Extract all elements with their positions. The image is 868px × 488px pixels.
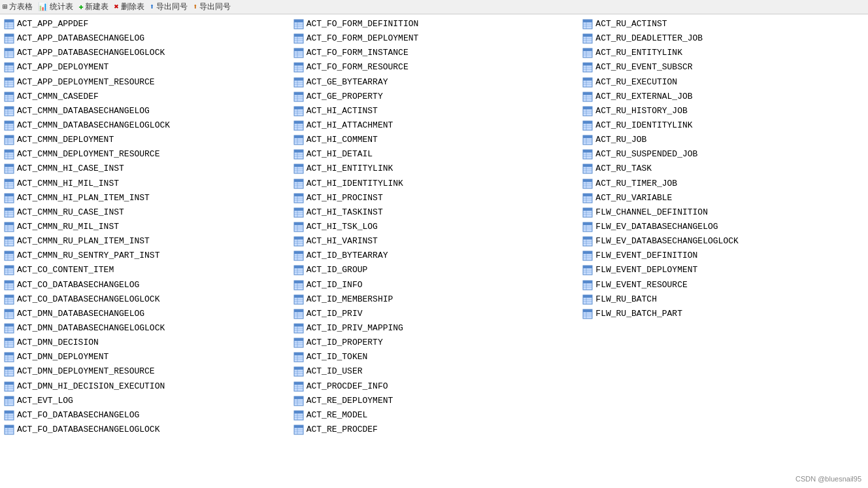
toolbar-btn-export2[interactable]: ⬆ 导出同号 [193, 1, 231, 12]
table-row[interactable]: ACT_CMMN_RU_SENTRY_PART_INST [3, 249, 287, 263]
table-row[interactable]: ACT_CMMN_HI_CASE_INST [3, 162, 287, 176]
table-row[interactable]: FLW_RU_BATCH_PART [581, 307, 865, 321]
table-row[interactable]: ACT_HI_TSK_LOG [292, 220, 576, 234]
svg-rect-259 [294, 222, 303, 225]
table-row[interactable]: ACT_FO_FORM_DEPLOYMENT [292, 31, 576, 46]
table-row[interactable]: ACT_APP_APPDEF [3, 17, 287, 31]
table-row[interactable]: ACT_RE_MODEL [292, 408, 576, 423]
svg-rect-109 [5, 281, 14, 283]
table-row[interactable]: ACT_CMMN_RU_PLAN_ITEM_INST [3, 234, 287, 249]
table-row[interactable]: ACT_ID_PRIV_MAPPING [292, 321, 576, 336]
table-row[interactable]: ACT_APP_DEPLOYMENT [3, 60, 287, 75]
table-row[interactable]: ACT_RU_EVENT_SUBSCR [581, 60, 865, 75]
table-row[interactable]: ACT_ID_INFO [292, 278, 576, 292]
table-row[interactable]: FLW_RU_BATCH [581, 292, 865, 307]
table-row[interactable]: ACT_CO_DATABASECHANGELOGLOCK [3, 292, 287, 307]
table-row[interactable]: FLW_EV_DATABASECHANGELOG [581, 220, 865, 234]
table-row[interactable]: ACT_HI_IDENTITYLINK [292, 177, 576, 191]
table-row[interactable]: ACT_RU_IDENTITYLINK [581, 118, 865, 133]
table-row[interactable]: ACT_RU_DEADLETTER_JOB [581, 31, 865, 46]
table-row[interactable]: ACT_APP_DATABASECHANGELOG [3, 31, 287, 46]
table-icon [293, 294, 304, 305]
table-row[interactable]: ACT_PROCDEF_INFO [292, 379, 576, 394]
table-row[interactable]: ACT_DMN_DATABASECHANGELOG [3, 307, 287, 321]
table-row[interactable]: ACT_APP_DEPLOYMENT_RESOURCE [3, 75, 287, 90]
table-name-label: ACT_FO_DATABASECHANGELOGLOCK [17, 423, 159, 436]
table-row[interactable]: ACT_HI_ACTINST [292, 104, 576, 118]
table-row[interactable]: ACT_RU_EXECUTION [581, 75, 865, 90]
svg-rect-61 [5, 164, 14, 167]
svg-rect-127 [5, 324, 14, 326]
table-row[interactable]: ACT_RU_JOB [581, 133, 865, 147]
table-row[interactable]: ACT_CO_DATABASECHANGELOG [3, 278, 287, 292]
table-row[interactable]: ACT_DMN_DECISION [3, 336, 287, 350]
table-row[interactable]: FLW_EVENT_RESOURCE [581, 278, 865, 292]
table-row[interactable]: FLW_EV_DATABASECHANGELOGLOCK [581, 234, 865, 249]
table-row[interactable]: ACT_HI_ATTACHMENT [292, 118, 576, 133]
table-row[interactable]: ACT_RU_EXTERNAL_JOB [581, 90, 865, 104]
table-row[interactable]: ACT_HI_VARINST [292, 234, 576, 249]
table-icon [293, 323, 304, 334]
table-name-label: ACT_CO_DATABASECHANGELOGLOCK [17, 293, 159, 306]
table-row[interactable]: ACT_ID_TOKEN [292, 350, 576, 364]
table-row[interactable]: ACT_RU_VARIABLE [581, 191, 865, 205]
table-row[interactable]: ACT_RU_ACTINST [581, 17, 865, 31]
toolbar-btn-export1[interactable]: ⬆ 导出同号 [150, 1, 188, 12]
table-icon [582, 19, 593, 29]
table-row[interactable]: ACT_DMN_HI_DECISION_EXECUTION [3, 379, 287, 394]
table-row[interactable]: ACT_HI_DETAIL [292, 147, 576, 162]
table-row[interactable]: ACT_FO_DATABASECHANGELOGLOCK [3, 423, 287, 437]
table-row[interactable]: ACT_CMMN_DATABASECHANGELOG [3, 104, 287, 118]
table-row[interactable]: ACT_CMMN_DEPLOYMENT [3, 133, 287, 147]
table-row[interactable]: ACT_ID_MEMBERSHIP [292, 292, 576, 307]
table-row[interactable]: ACT_CMMN_CASEDEF [3, 90, 287, 104]
table-row[interactable]: ACT_CMMN_DEPLOYMENT_RESOURCE [3, 147, 287, 162]
table-row[interactable]: ACT_CMMN_HI_MIL_INST [3, 177, 287, 191]
table-row[interactable]: ACT_HI_ENTITYLINK [292, 162, 576, 176]
table-row[interactable]: ACT_ID_USER [292, 364, 576, 379]
table-row[interactable]: ACT_GE_PROPERTY [292, 90, 576, 104]
table-row[interactable]: ACT_EVT_LOG [3, 394, 287, 408]
toolbar-btn-chart[interactable]: 📊 统计表 [38, 1, 73, 12]
table-row[interactable]: FLW_EVENT_DEFINITION [581, 249, 865, 263]
table-row[interactable]: ACT_HI_COMMENT [292, 133, 576, 147]
table-row[interactable]: ACT_FO_FORM_RESOURCE [292, 60, 576, 75]
table-row[interactable]: ACT_RU_TIMER_JOB [581, 177, 865, 191]
table-row[interactable]: ACT_RU_ENTITYLINK [581, 46, 865, 60]
table-row[interactable]: ACT_RU_HISTORY_JOB [581, 104, 865, 118]
toolbar-btn-delete[interactable]: ✖ 删除表 [114, 1, 144, 12]
toolbar-btn-grid[interactable]: ⊞ 方表格 [3, 1, 33, 12]
table-row[interactable]: ACT_ID_PRIV [292, 307, 576, 321]
table-row[interactable]: ACT_RE_DEPLOYMENT [292, 394, 576, 408]
table-row[interactable]: FLW_EVENT_DEPLOYMENT [581, 263, 865, 277]
table-row[interactable]: ACT_CMMN_RU_CASE_INST [3, 205, 287, 220]
svg-rect-469 [583, 309, 592, 312]
table-row[interactable]: ACT_CO_CONTENT_ITEM [3, 263, 287, 277]
table-row[interactable]: ACT_RU_SUSPENDED_JOB [581, 147, 865, 162]
table-row[interactable]: ACT_FO_DATABASECHANGELOG [3, 408, 287, 423]
toolbar-btn-new[interactable]: ✚ 新建表 [78, 1, 108, 12]
table-row[interactable]: ACT_FO_FORM_INSTANCE [292, 46, 576, 60]
table-row[interactable]: ACT_CMMN_DATABASECHANGELOGLOCK [3, 118, 287, 133]
table-row[interactable]: ACT_CMMN_RU_MIL_INST [3, 220, 287, 234]
table-row[interactable]: ACT_DMN_DEPLOYMENT_RESOURCE [3, 364, 287, 379]
table-row[interactable]: ACT_ID_PROPERTY [292, 336, 576, 350]
table-row[interactable]: ACT_RU_TASK [581, 162, 865, 176]
table-row[interactable]: ACT_HI_TASKINST [292, 205, 576, 220]
table-name-label: ACT_PROCDEF_INFO [307, 380, 388, 393]
table-row[interactable]: ACT_DMN_DATABASECHANGELOGLOCK [3, 321, 287, 336]
table-row[interactable]: ACT_ID_BYTEARRAY [292, 249, 576, 263]
table-row[interactable]: ACT_GE_BYTEARRAY [292, 75, 576, 90]
table-row[interactable]: ACT_FO_FORM_DEFINITION [292, 17, 576, 31]
table-row[interactable]: FLW_CHANNEL_DEFINITION [581, 205, 865, 220]
table-row[interactable]: ACT_APP_DATABASECHANGELOGLOCK [3, 46, 287, 60]
table-row[interactable]: ACT_CMMN_HI_PLAN_ITEM_INST [3, 191, 287, 205]
table-row[interactable]: ACT_ID_GROUP [292, 263, 576, 277]
table-row[interactable]: ACT_RE_PROCDEF [292, 423, 576, 437]
table-icon [293, 410, 304, 421]
table-name-label: FLW_EVENT_DEFINITION [595, 249, 697, 262]
table-row[interactable]: ACT_HI_PROCINST [292, 191, 576, 205]
chart-icon: 📊 [38, 2, 48, 12]
table-row[interactable]: ACT_DMN_DEPLOYMENT [3, 350, 287, 364]
table-icon [4, 222, 14, 232]
